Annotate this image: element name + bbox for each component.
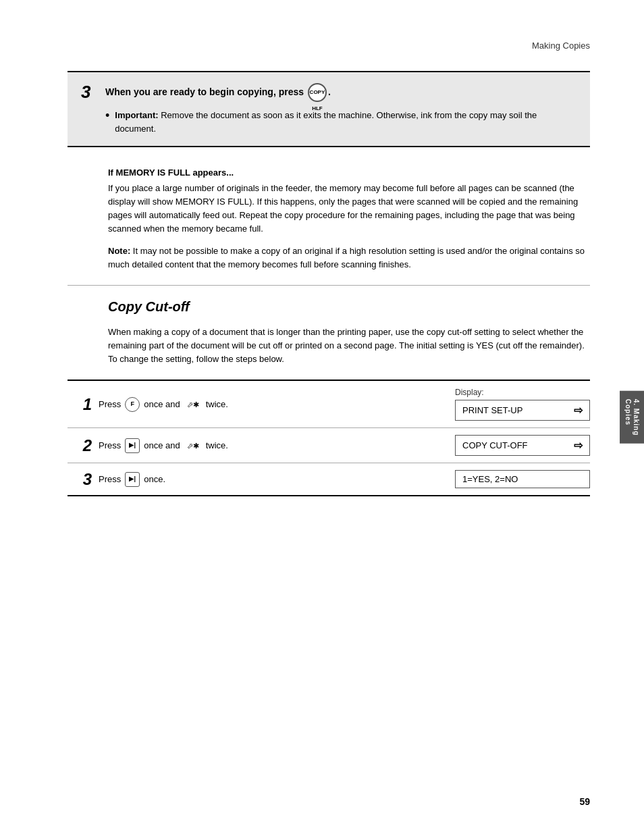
copy-button-icon: COPYHLF [308, 83, 327, 102]
display-arrow-1: ⇨ [574, 404, 583, 417]
step3-number: 3 [81, 83, 97, 101]
copy-cutoff-title: Copy Cut-off [68, 299, 590, 315]
step2-number: 2 [68, 438, 92, 454]
display-label-1: Display: [455, 388, 590, 397]
display-box-2: COPY CUT-OFF ⇨ [455, 435, 590, 456]
step1-twice-label: twice. [206, 398, 228, 411]
side-tab-text: 4. MakingCopies [624, 398, 640, 436]
display-arrow-2: ⇨ [574, 439, 583, 452]
step1-press-label: Press [99, 398, 121, 411]
page-number: 59 [579, 796, 590, 807]
memory-section: If MEMORY IS FULL appears... If you plac… [68, 167, 590, 271]
divider [68, 285, 590, 286]
step-row-3: 3 Press ▶| once. 1=YES, 2=NO [68, 463, 590, 495]
bullet-text: Important: Remove the document as soon a… [115, 109, 576, 135]
bullet-label: Important: [115, 110, 158, 120]
display-box-1: PRINT SET-UP ⇨ [455, 400, 590, 421]
note-body: It may not be possible to make a copy of… [108, 246, 585, 269]
step1-instruction: Press F once and ⬀✱ twice. [99, 397, 455, 412]
step2-once-label: once and [144, 439, 180, 452]
step1-once-label: once and [144, 398, 180, 411]
step1-number: 1 [68, 396, 92, 413]
step3-number-b: 3 [68, 471, 92, 488]
page-header: Making Copies [68, 41, 590, 51]
step1-f-button-icon: F [125, 397, 140, 412]
bullet-dot: • [105, 109, 109, 135]
step3-next-button-icon: ▶| [125, 472, 140, 487]
display-text-1: PRINT SET-UP [462, 405, 522, 415]
steps-table: 1 Press F once and ⬀✱ twice. Display: PR… [68, 380, 590, 496]
step2-scroll-icon: ⬀✱ [184, 438, 202, 453]
note-label: Note: [108, 246, 130, 256]
step2-display: COPY CUT-OFF ⇨ [455, 435, 590, 456]
step-row-1: 1 Press F once and ⬀✱ twice. Display: PR… [68, 381, 590, 428]
step3-bullet: • Important: Remove the document as soon… [105, 109, 576, 135]
step3-press-label: Press [99, 473, 121, 486]
display-text-2: COPY CUT-OFF [462, 440, 528, 450]
step1-scroll-icon: ⬀✱ [184, 397, 202, 412]
note-text: Note: It may not be possible to make a c… [108, 244, 590, 271]
step3-text: When you are ready to begin copying, pre… [105, 83, 331, 102]
step3-top-box: 3 When you are ready to begin copying, p… [68, 71, 590, 147]
header-title: Making Copies [532, 41, 590, 51]
bullet-body: Remove the document as soon as it exits … [115, 110, 537, 134]
step1-display: Display: PRINT SET-UP ⇨ [455, 388, 590, 421]
step3-display: 1=YES, 2=NO [455, 470, 590, 488]
step2-instruction: Press ▶| once and ⬀✱ twice. [99, 438, 455, 453]
step2-next-button-icon: ▶| [125, 438, 140, 453]
display-text-3: 1=YES, 2=NO [462, 474, 518, 484]
copy-cutoff-intro: When making a copy of a document that is… [68, 325, 590, 366]
step3-line: 3 When you are ready to begin copying, p… [81, 83, 576, 102]
side-tab: 4. MakingCopies [620, 390, 644, 444]
step3-once-label: once. [144, 473, 165, 486]
page: Making Copies 3 When you are ready to be… [0, 0, 644, 834]
memory-title: If MEMORY IS FULL appears... [108, 167, 590, 178]
step2-twice-label: twice. [206, 439, 228, 452]
memory-body: If you place a large number of originals… [108, 182, 590, 236]
step-row-2: 2 Press ▶| once and ⬀✱ twice. COPY CUT-O… [68, 428, 590, 463]
step2-press-label: Press [99, 439, 121, 452]
step3-instruction: Press ▶| once. [99, 472, 455, 487]
display-box-3: 1=YES, 2=NO [455, 470, 590, 488]
